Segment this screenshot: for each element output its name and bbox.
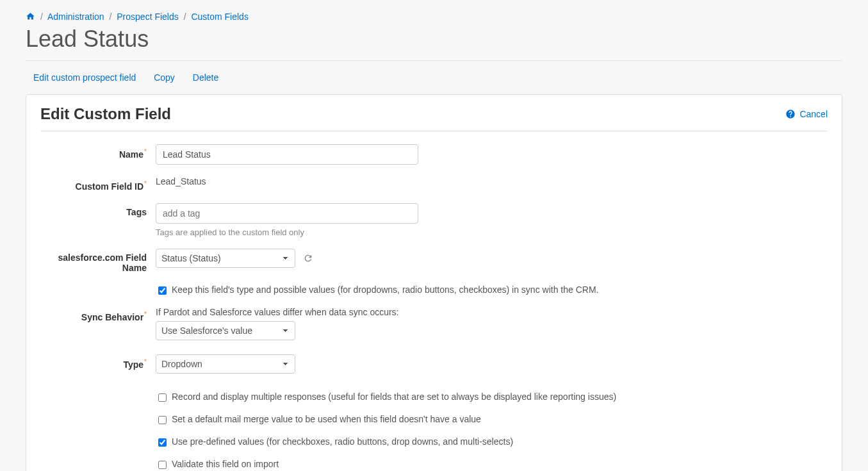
panel-title: Edit Custom Field <box>40 105 171 123</box>
sf-field-select[interactable]: Status (Status) <box>156 249 295 268</box>
name-input[interactable] <box>156 144 418 165</box>
breadcrumb-prospect-fields[interactable]: Prospect Fields <box>117 12 178 22</box>
type-select[interactable]: Dropdown <box>156 354 295 374</box>
refresh-icon <box>303 253 313 263</box>
sync-behavior-label: Sync Behavior* <box>40 307 156 322</box>
predefined-values-label[interactable]: Use pre-defined values (for checkboxes, … <box>172 436 513 447</box>
sync-behavior-select[interactable]: Use Salesforce's value <box>156 321 295 340</box>
multiple-responses-checkbox[interactable] <box>158 393 167 402</box>
home-link[interactable] <box>26 12 35 23</box>
home-icon <box>26 12 35 21</box>
keep-sync-checkbox[interactable] <box>158 286 167 295</box>
breadcrumb-sep: / <box>184 12 186 22</box>
name-label: Name* <box>40 144 156 160</box>
edit-field-link[interactable]: Edit custom prospect field <box>33 72 136 83</box>
breadcrumb-sep: / <box>40 12 43 22</box>
breadcrumb: / Administration / Prospect Fields / Cus… <box>26 12 842 23</box>
refresh-button[interactable] <box>303 253 313 265</box>
keep-sync-label[interactable]: Keep this field's type and possible valu… <box>172 285 598 295</box>
custom-field-id-value: Lead_Status <box>156 176 828 186</box>
breadcrumb-sep: / <box>110 12 112 22</box>
tags-help: Tags are applied to the custom field onl… <box>156 227 828 237</box>
copy-link[interactable]: Copy <box>154 72 175 83</box>
default-merge-label[interactable]: Set a default mail merge value to be use… <box>172 414 481 424</box>
delete-link[interactable]: Delete <box>193 72 218 83</box>
sf-field-label: salesforce.com Field Name <box>40 249 156 273</box>
multiple-responses-label[interactable]: Record and display multiple responses (u… <box>172 392 616 402</box>
predefined-values-checkbox[interactable] <box>158 438 167 447</box>
help-icon <box>785 109 796 119</box>
action-links: Edit custom prospect field Copy Delete <box>33 72 842 83</box>
breadcrumb-admin[interactable]: Administration <box>47 12 104 22</box>
validate-import-label[interactable]: Validate this field on import <box>172 459 279 469</box>
tags-input[interactable] <box>156 203 418 224</box>
cancel-label: Cancel <box>799 109 828 119</box>
breadcrumb-custom-fields[interactable]: Custom Fields <box>191 12 248 22</box>
sync-behavior-desc: If Pardot and Salesforce values differ w… <box>156 307 828 317</box>
default-merge-checkbox[interactable] <box>158 416 167 424</box>
custom-field-id-label: Custom Field ID* <box>40 176 156 192</box>
tags-label: Tags <box>40 203 156 217</box>
page-title: Lead Status <box>26 26 842 53</box>
type-label: Type* <box>40 354 156 370</box>
cancel-link[interactable]: Cancel <box>785 109 828 119</box>
edit-panel: Edit Custom Field Cancel Name* Custom Fi… <box>26 94 842 471</box>
validate-import-checkbox[interactable] <box>158 461 167 469</box>
